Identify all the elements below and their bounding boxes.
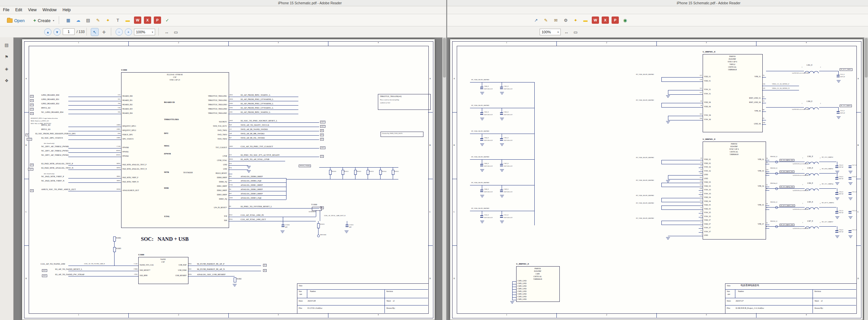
fit-width-button[interactable]: ↔ <box>163 28 170 36</box>
stamp-icon[interactable]: ◉ <box>621 17 629 24</box>
schematic-text: 电源退耦电路图纸 <box>741 284 759 287</box>
select-tool-button[interactable]: ↖ <box>91 28 98 36</box>
pin-name: TST_CLKOUT <box>216 147 227 149</box>
zoom-group: − + 100% ▾ <box>116 28 155 36</box>
fit-width-button-right[interactable]: ↔ <box>563 28 570 36</box>
email-icon[interactable]: ✉ <box>552 17 559 24</box>
bookmarks-panel-icon[interactable]: ⚑ <box>2 53 11 61</box>
typewriter-icon[interactable]: T <box>114 17 121 24</box>
save-icon[interactable]: ▦ <box>65 17 72 24</box>
comment-icon[interactable]: ✦ <box>104 17 112 24</box>
schematic-text: ANALOG_SOC_USB_RESREF <box>197 274 225 276</box>
capacitor-symbol <box>848 177 851 180</box>
schematic-text: PP_VDD_MAIN_BBPMU <box>636 73 654 75</box>
page-number-input[interactable] <box>63 28 74 35</box>
pin-stub <box>228 131 232 131</box>
page-up-button[interactable]: ▲ <box>44 28 52 36</box>
open-button[interactable]: Open <box>4 16 28 25</box>
wire <box>68 114 117 114</box>
pin-name: PAD_MTR_ANALOG_TEST_N <box>122 168 147 170</box>
gnd-symbol <box>247 166 251 169</box>
hand-tool-button[interactable]: ✛ <box>100 28 107 36</box>
inductor-symbol <box>804 69 819 72</box>
pin-name: VSW_S7 <box>704 227 711 229</box>
wire <box>819 188 836 189</box>
wire <box>661 103 699 103</box>
comment-icon[interactable]: ✦ <box>572 17 579 24</box>
schematic-text: PP_VDD_MAIN_BBPMU <box>471 156 490 158</box>
wire <box>661 202 699 202</box>
schematic-text: L303_E <box>807 167 813 169</box>
zoom-in-button[interactable]: + <box>125 28 132 36</box>
convert-pdf-icon[interactable]: P <box>154 17 161 24</box>
print-icon[interactable]: ▤ <box>85 17 92 24</box>
schematic-text: (dev board only) <box>44 173 55 175</box>
fit-page-button-right[interactable]: ▭ <box>572 28 579 36</box>
pin-number: BD61 <box>117 163 121 165</box>
document-area-right[interactable]: 12341234ABCDABCDPP_VDD_MAIN_BBPMUC300_EC… <box>447 37 864 320</box>
attachments-panel-icon[interactable]: ◈ <box>2 64 11 73</box>
wire <box>68 183 117 183</box>
wire <box>297 289 428 290</box>
schematic-text: A <box>858 77 859 79</box>
zoom-level-select-right[interactable]: 100% ▾ <box>539 29 561 35</box>
pin-number: CP81 <box>134 274 137 276</box>
excel-to-pdf-icon[interactable]: X <box>602 17 609 24</box>
zoom-level-select[interactable]: 100% ▾ <box>134 29 155 35</box>
document-area-left[interactable]: 12341234ABCDABCDU1000ELLIS-6C-1YNM-MCSPS… <box>13 37 442 320</box>
wire <box>318 228 318 234</box>
net-flag: OUT <box>42 275 47 277</box>
scrollbar-thumb[interactable] <box>865 38 868 77</box>
menu-help[interactable]: Help <box>60 6 74 13</box>
menu-edit[interactable]: Edit <box>12 6 25 13</box>
menu-bar: FileEditViewWindowHelp <box>0 6 868 14</box>
wire <box>232 97 298 97</box>
excel-to-pdf-icon[interactable]: X <box>144 17 151 24</box>
pin-stub <box>228 191 232 191</box>
scrollbar-thumb[interactable] <box>443 38 446 77</box>
create-button[interactable]: + Create ▾ <box>30 16 57 25</box>
share-icon[interactable]: ↗ <box>532 17 539 24</box>
page-down-button[interactable]: ▼ <box>54 28 61 36</box>
convert-pdf-icon[interactable]: P <box>612 17 619 24</box>
component-title: CSP <box>161 261 165 263</box>
resistor-symbol <box>113 247 116 252</box>
pin-name: VDD_S7 <box>704 223 711 225</box>
fit-page-button[interactable]: ▭ <box>172 28 180 36</box>
pin-number: 104 <box>763 122 765 124</box>
pin-number: 30 <box>766 222 768 224</box>
menu-file[interactable]: File <box>0 6 12 13</box>
word-to-pdf-icon[interactable]: W <box>134 17 141 24</box>
highlight-icon[interactable]: ▬ <box>124 17 131 24</box>
schematic-text: Sheet of <box>386 300 394 302</box>
zoom-out-button[interactable]: − <box>116 28 123 36</box>
schematic-text: 0.47UH-20%-4.5A-0.025OHM <box>792 72 809 74</box>
wire <box>343 174 343 179</box>
menu-view[interactable]: View <box>25 6 40 13</box>
pin-name: VSW_S5 <box>704 212 711 214</box>
schematic-text: (dev board only) <box>44 143 55 145</box>
pin-stub <box>228 114 232 114</box>
pin-stub <box>228 101 232 101</box>
wire <box>228 313 229 318</box>
wire <box>24 179 29 179</box>
menu-window[interactable]: Window <box>40 6 60 13</box>
word-to-pdf-icon[interactable]: W <box>592 17 599 24</box>
page-number-group: / 133 <box>63 28 85 35</box>
pages-panel-icon[interactable]: ▤ <box>2 40 11 49</box>
edit-icon[interactable]: ✎ <box>542 17 550 24</box>
scrollbar-right[interactable] <box>864 37 868 320</box>
comments-panel-icon[interactable]: ❖ <box>2 76 11 85</box>
component-title: CRITICAL <box>728 66 736 68</box>
pin-name: RMT_GND_S6 <box>749 102 761 104</box>
gear-icon[interactable]: ⚙ <box>562 17 569 24</box>
wire <box>68 169 117 170</box>
highlight-icon[interactable]: ▬ <box>582 17 589 24</box>
wire <box>812 289 813 313</box>
schematic-text: GPIO_BOARD_ID2 <box>41 103 59 105</box>
edit-icon[interactable]: ✎ <box>94 17 102 24</box>
pin-stub <box>117 169 121 170</box>
cloud-share-icon[interactable]: ☁ <box>74 17 82 24</box>
schematic-text: E:\CYX\1.SchDoc <box>308 307 322 309</box>
signature-icon[interactable]: ✓ <box>164 17 171 24</box>
